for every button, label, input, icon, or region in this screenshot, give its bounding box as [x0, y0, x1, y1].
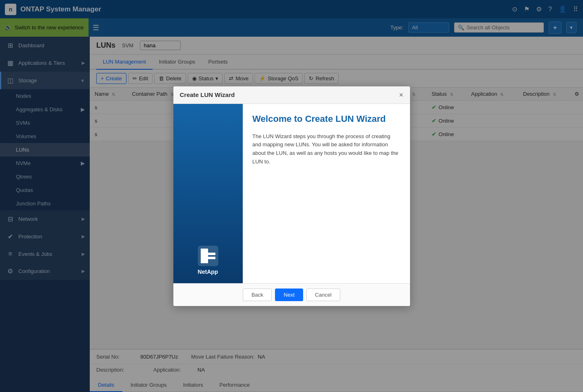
modal-title: Create LUN Wizard	[180, 91, 235, 98]
modal-description: The LUN Wizard steps you through the pro…	[253, 132, 400, 166]
netapp-logo: NetApp	[198, 246, 218, 275]
modal-footer: Back Next Cancel	[173, 283, 410, 306]
modal-content: Welcome to Create LUN Wizard The LUN Wiz…	[243, 104, 410, 283]
svg-rect-2	[201, 249, 208, 263]
back-button[interactable]: Back	[243, 288, 272, 301]
modal-close-button[interactable]: ×	[399, 91, 403, 99]
cancel-button[interactable]: Cancel	[306, 288, 340, 301]
modal-welcome-title: Welcome to Create LUN Wizard	[253, 114, 400, 124]
next-button[interactable]: Next	[275, 288, 303, 301]
netapp-logo-icon	[198, 246, 218, 266]
create-lun-wizard-modal: Create LUN Wizard × NetApp Welcome	[173, 86, 410, 306]
netapp-brand-text: NetApp	[198, 269, 218, 275]
modal-header: Create LUN Wizard ×	[173, 86, 410, 104]
modal-overlay[interactable]: Create LUN Wizard × NetApp Welcome	[0, 0, 583, 392]
netapp-logo-svg	[200, 248, 216, 264]
modal-sidebar: NetApp	[173, 104, 243, 283]
modal-body: NetApp Welcome to Create LUN Wizard The …	[173, 104, 410, 283]
